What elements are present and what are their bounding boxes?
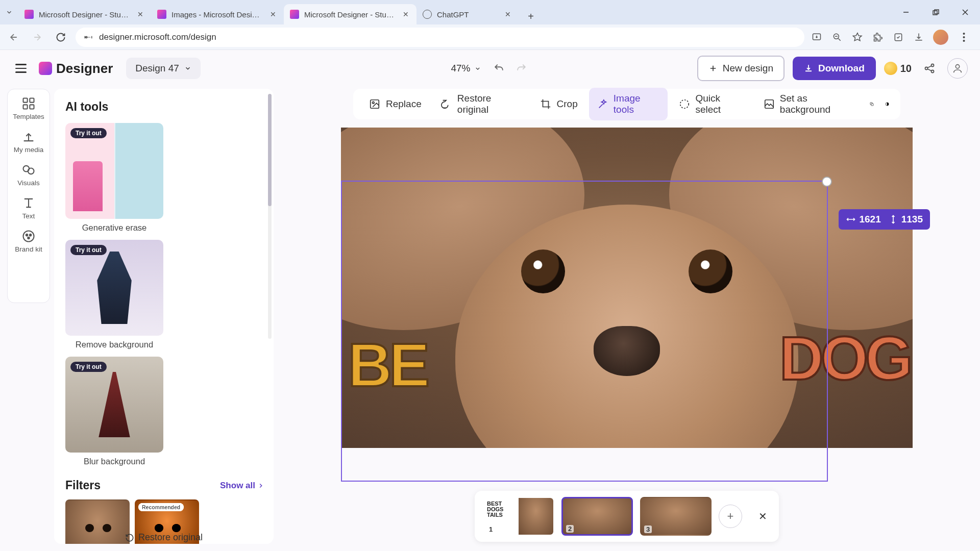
site-info-icon[interactable] (84, 33, 93, 42)
bookmark-icon[interactable] (851, 31, 864, 43)
svg-point-26 (26, 234, 28, 236)
background-icon (764, 98, 775, 110)
nav-back-button[interactable] (5, 29, 22, 46)
show-all-label: Show all (220, 481, 255, 491)
close-strip-button[interactable]: ✕ (754, 508, 771, 524)
restore-original-button[interactable]: Restore original (125, 532, 203, 543)
canvas-text-left[interactable]: BE (348, 330, 427, 400)
close-icon[interactable]: ✕ (268, 10, 278, 19)
center-controls: 47% (451, 61, 529, 76)
browser-tab[interactable]: Images - Microsoft Designer ✕ (151, 4, 284, 24)
install-app-icon[interactable] (811, 31, 823, 43)
tool-remove-background[interactable]: Try it out Remove background (65, 240, 163, 349)
redo-button[interactable] (514, 61, 529, 76)
page-number: 3 (644, 525, 652, 533)
svg-rect-2 (935, 10, 939, 14)
minimize-button[interactable] (891, 0, 921, 24)
image-tools-button[interactable]: Image tools (589, 88, 668, 120)
design-name-dropdown[interactable]: Design 47 (126, 58, 201, 79)
zoom-value: 47% (451, 63, 470, 74)
height-icon (888, 214, 898, 224)
browser-tab-active[interactable]: Microsoft Designer - Stunning ✕ (284, 4, 416, 24)
page-thumb-3[interactable]: 3 (640, 497, 712, 536)
dim-height: 1135 (901, 214, 923, 225)
undo-button[interactable] (492, 61, 507, 76)
browser-tab[interactable]: Microsoft Designer - Stunning ✕ (18, 4, 151, 24)
logo-icon (39, 62, 52, 75)
share-button[interactable] (920, 59, 939, 78)
try-badge: Try it out (70, 245, 107, 255)
tab-search-button[interactable] (2, 5, 16, 19)
profile-avatar[interactable] (933, 30, 948, 45)
send-backward-button[interactable] (866, 98, 878, 110)
close-icon[interactable]: ✕ (136, 10, 145, 19)
set-background-button[interactable]: Set as background (755, 88, 863, 120)
close-window-button[interactable] (950, 0, 980, 24)
nav-reload-button[interactable] (52, 29, 69, 46)
svg-rect-34 (871, 104, 873, 106)
page-number: 1 (487, 525, 495, 533)
svg-point-27 (30, 234, 32, 236)
ctx-label: Replace (386, 98, 422, 110)
rail-my-media[interactable]: My media (14, 130, 44, 154)
panel-scrollbar[interactable] (268, 94, 272, 339)
rail-templates[interactable]: Templates (13, 96, 44, 120)
credits-display[interactable]: 10 (884, 62, 912, 75)
add-page-button[interactable]: + (719, 505, 742, 528)
browser-tab[interactable]: ChatGPT ✕ (416, 4, 519, 24)
tool-label: Remove background (65, 340, 163, 349)
designer-logo[interactable]: Designer (39, 61, 113, 77)
opacity-button[interactable] (881, 98, 893, 110)
ctx-label: Image tools (614, 93, 659, 115)
svg-rect-32 (765, 100, 773, 109)
restore-label: Restore original (138, 532, 203, 543)
filter-normal[interactable]: Normal (65, 499, 130, 544)
design-canvas[interactable]: BE DOG 1621 1135 (341, 128, 913, 448)
url-input[interactable]: designer.microsoft.com/design (76, 28, 804, 47)
relaunch-icon[interactable] (892, 31, 904, 43)
download-button[interactable]: Download (793, 57, 876, 80)
svg-point-25 (23, 231, 34, 242)
extensions-icon[interactable] (872, 31, 884, 43)
ctx-label: Set as background (780, 93, 854, 115)
browser-menu-button[interactable] (957, 32, 971, 42)
account-button[interactable] (947, 58, 968, 79)
menu-button[interactable] (12, 60, 30, 77)
svg-point-24 (28, 168, 34, 174)
workspace: Templates My media Visuals Text Brand ki… (0, 87, 980, 551)
svg-rect-19 (23, 98, 28, 103)
rail-visuals[interactable]: Visuals (17, 163, 39, 187)
rail-text[interactable]: Text (21, 196, 36, 220)
templates-icon (21, 96, 36, 111)
show-all-button[interactable]: Show all (220, 481, 264, 491)
new-tab-button[interactable]: + (523, 8, 539, 24)
close-icon[interactable]: ✕ (503, 10, 512, 19)
tool-generative-erase[interactable]: Try it out Generative erase (65, 123, 163, 233)
downloads-icon[interactable] (913, 31, 925, 43)
nav-forward-button[interactable] (29, 29, 46, 46)
tab-title: Microsoft Designer - Stunning (304, 10, 396, 19)
restore-original-button[interactable]: Restore original (433, 88, 528, 120)
maximize-button[interactable] (921, 0, 950, 24)
rail-brand-kit[interactable]: Brand kit (15, 229, 42, 253)
quick-select-button[interactable]: Quick select (671, 88, 752, 120)
new-design-button[interactable]: New design (697, 56, 785, 81)
close-icon[interactable]: ✕ (401, 10, 410, 19)
rail-label: Brand kit (15, 245, 42, 253)
recommended-badge: Recommended (138, 503, 184, 511)
zoom-icon[interactable] (831, 31, 843, 43)
svg-point-12 (963, 33, 965, 35)
crop-button[interactable]: Crop (531, 93, 586, 115)
page-thumb-2[interactable]: 2 (561, 497, 633, 536)
svg-point-28 (28, 237, 30, 239)
logo-text: Designer (56, 61, 113, 77)
browser-titlebar: Microsoft Designer - Stunning ✕ Images -… (0, 0, 980, 24)
canvas-text-right[interactable]: DOG (779, 323, 910, 393)
replace-button[interactable]: Replace (360, 93, 430, 115)
page-thumb-1[interactable]: BEST DOGS TAILS 1 (483, 497, 554, 536)
canvas-image[interactable]: BE DOG (341, 128, 913, 448)
tool-blur-background[interactable]: Try it out Blur background (65, 357, 163, 466)
page-number: 2 (566, 525, 574, 533)
topbar-right: New design Download 10 (697, 56, 968, 81)
zoom-dropdown[interactable]: 47% (451, 63, 481, 74)
